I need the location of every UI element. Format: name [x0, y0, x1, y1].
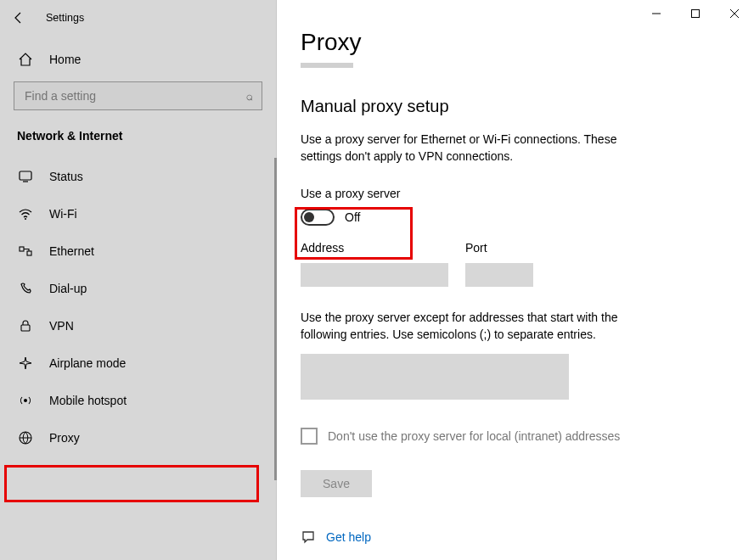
sidebar-items: Status Wi-Fi Ethernet Dial-up [0, 158, 276, 456]
sidebar-item-ethernet[interactable]: Ethernet [0, 232, 276, 270]
title-underline [301, 63, 353, 68]
maximize-button[interactable] [676, 0, 715, 27]
toggle-label: Use a proxy server [301, 187, 720, 200]
sidebar-item-label: Mobile hotspot [49, 394, 127, 407]
search-field[interactable] [23, 88, 246, 104]
proxy-toggle[interactable] [301, 209, 335, 226]
save-button[interactable]: Save [301, 470, 372, 497]
sidebar-item-label: Airplane mode [49, 356, 126, 370]
svg-rect-3 [27, 251, 31, 255]
sidebar-item-label: Wi-Fi [49, 207, 77, 221]
sidebar-item-dialup[interactable]: Dial-up [0, 270, 276, 307]
ethernet-icon [17, 243, 34, 260]
get-help-link[interactable]: Get help [301, 529, 720, 545]
svg-rect-4 [21, 325, 30, 331]
hotspot-icon [17, 392, 34, 409]
port-input[interactable] [465, 263, 533, 287]
home-label: Home [49, 53, 81, 66]
wifi-icon [17, 205, 34, 222]
sidebar-item-label: Ethernet [49, 244, 94, 258]
sidebar-item-vpn[interactable]: VPN [0, 307, 276, 344]
window-controls [637, 0, 754, 27]
home-icon [17, 51, 34, 68]
svg-point-5 [24, 399, 27, 402]
sidebar-item-proxy[interactable]: Proxy [0, 419, 276, 456]
sidebar-item-label: Dial-up [49, 282, 87, 295]
vpn-icon [17, 317, 34, 334]
search-icon: ⌕ [246, 89, 253, 103]
svg-rect-2 [20, 247, 24, 251]
svg-rect-7 [692, 10, 700, 18]
minimize-button[interactable] [637, 0, 676, 27]
svg-point-1 [25, 218, 26, 220]
sidebar-item-status[interactable]: Status [0, 158, 276, 195]
exceptions-input[interactable] [301, 354, 569, 400]
sidebar-item-label: Status [49, 170, 83, 183]
section-heading: Manual proxy setup [301, 97, 720, 116]
address-input[interactable] [301, 263, 448, 287]
main-content: Proxy Manual proxy setup Use a proxy ser… [277, 0, 754, 560]
sidebar-item-wifi[interactable]: Wi-Fi [0, 195, 276, 232]
page-title: Proxy [301, 29, 720, 56]
sidebar-item-hotspot[interactable]: Mobile hotspot [0, 382, 276, 419]
titlebar: Settings [0, 0, 276, 36]
exceptions-description: Use the proxy server except for addresse… [301, 309, 666, 344]
local-bypass-checkbox[interactable] [301, 428, 318, 445]
address-label: Address [301, 241, 448, 255]
sidebar: Settings Home ⌕ Network & Internet Statu… [0, 0, 277, 560]
svg-rect-0 [20, 171, 31, 180]
window-title: Settings [32, 12, 84, 24]
sidebar-item-airplane[interactable]: Airplane mode [0, 344, 276, 382]
help-icon [301, 529, 316, 545]
back-icon[interactable] [12, 11, 32, 25]
local-bypass-label: Don't use the proxy server for local (in… [328, 429, 620, 443]
proxy-icon [17, 429, 34, 446]
status-icon [17, 168, 34, 185]
sidebar-home[interactable]: Home [0, 41, 276, 78]
airplane-icon [17, 355, 34, 372]
dialup-icon [17, 280, 34, 297]
port-label: Port [465, 241, 533, 255]
close-button[interactable] [715, 0, 754, 27]
sidebar-item-label: Proxy [49, 431, 80, 445]
help-label: Get help [326, 530, 371, 544]
search-input[interactable]: ⌕ [14, 81, 262, 110]
sidebar-item-label: VPN [49, 319, 74, 333]
toggle-state: Off [345, 210, 360, 224]
category-title: Network & Internet [0, 119, 276, 158]
section-description: Use a proxy server for Ethernet or Wi-Fi… [301, 132, 657, 165]
